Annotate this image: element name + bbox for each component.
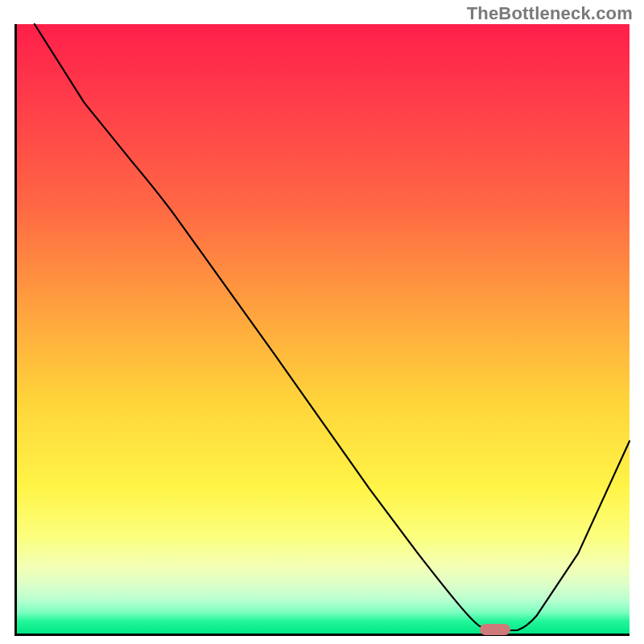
bottleneck-curve [17,24,630,634]
optimal-marker [480,624,510,635]
watermark-text: TheBottleneck.com [467,3,633,24]
plot-area [14,24,630,636]
curve-path [35,24,630,630]
chart-container: TheBottleneck.com [0,0,644,644]
